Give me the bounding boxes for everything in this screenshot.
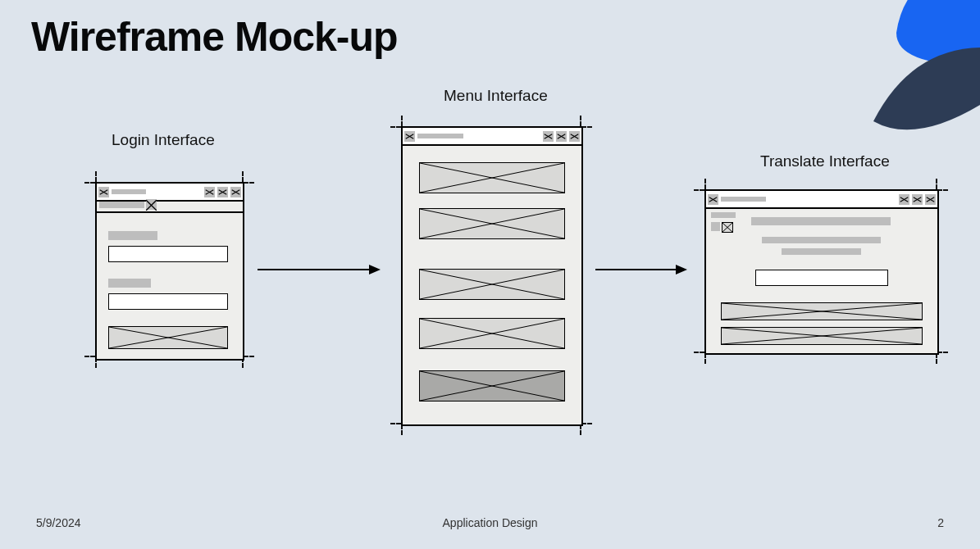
translate-wireframe	[704, 189, 939, 355]
window-menu-icon	[98, 187, 109, 197]
translate-titlebar	[706, 191, 937, 209]
title-text-placeholder	[721, 197, 766, 202]
window-menu-icon	[404, 131, 415, 142]
footer-page: 2	[937, 516, 944, 529]
slide: Wireframe Mock-up Login Interface Menu I…	[0, 0, 980, 549]
label-menu: Menu Interface	[444, 87, 548, 105]
page-title: Wireframe Mock-up	[31, 13, 398, 61]
login-password-input[interactable]	[108, 293, 228, 310]
svg-marker-21	[369, 265, 381, 274]
window-min-icon	[543, 131, 554, 142]
arrow-login-to-menu	[258, 263, 381, 276]
window-close-icon	[925, 194, 936, 205]
label-translate: Translate Interface	[760, 152, 890, 170]
translate-action-2[interactable]	[721, 327, 923, 345]
toolbar-placeholder	[99, 202, 144, 208]
window-min-icon	[899, 194, 909, 205]
translate-tool-icon	[722, 222, 732, 231]
translate-text-line-3	[782, 248, 861, 255]
footer-center: Application Design	[0, 516, 980, 529]
translate-action-1[interactable]	[721, 302, 923, 320]
translate-text-line-2	[762, 237, 881, 243]
window-menu-icon	[708, 194, 718, 205]
translate-text-line-1	[751, 217, 891, 225]
title-text-placeholder	[112, 189, 146, 194]
login-titlebar	[97, 184, 243, 202]
corner-leaf-dark	[865, 48, 980, 138]
translate-subtitle-2	[711, 222, 720, 231]
title-text-placeholder	[417, 134, 463, 138]
menu-item-1[interactable]	[419, 162, 565, 193]
login-password-label	[108, 279, 151, 288]
window-close-icon	[230, 187, 241, 197]
window-close-icon	[569, 131, 580, 142]
toolbar-icon	[146, 199, 157, 210]
menu-item-4[interactable]	[419, 318, 565, 349]
svg-marker-23	[676, 265, 687, 274]
translate-input[interactable]	[755, 270, 888, 286]
login-username-input[interactable]	[108, 246, 228, 262]
translate-subtitle	[711, 212, 736, 218]
menu-item-3[interactable]	[419, 269, 565, 300]
window-min-icon	[204, 187, 215, 197]
arrow-menu-to-translate	[595, 263, 687, 276]
menu-item-2[interactable]	[419, 208, 565, 239]
login-submit-button[interactable]	[108, 326, 228, 349]
menu-wireframe	[401, 126, 583, 426]
menu-item-5-selected[interactable]	[419, 370, 565, 402]
label-login: Login Interface	[112, 131, 215, 149]
window-max-icon	[217, 187, 228, 197]
login-username-label	[108, 231, 157, 240]
login-wireframe	[95, 182, 244, 361]
window-max-icon	[912, 194, 923, 205]
window-max-icon	[556, 131, 567, 142]
menu-titlebar	[403, 128, 581, 146]
